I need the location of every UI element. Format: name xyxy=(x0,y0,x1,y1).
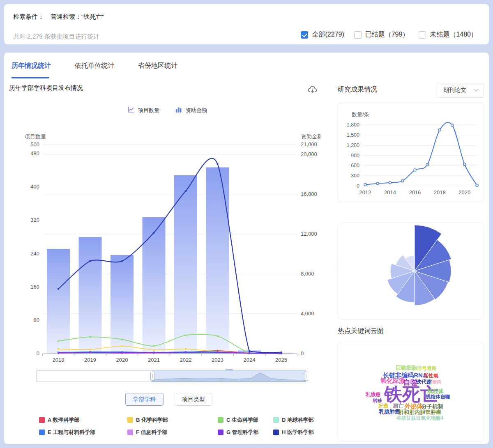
result-count-summary: 共对 2,279 条获批项目进行统计 xyxy=(13,33,100,41)
legend-swatch xyxy=(273,430,279,435)
legend-swatch xyxy=(39,430,45,435)
institutions-chart-card xyxy=(338,223,484,319)
status-filter-group: 全部(2279)已结题（799）未结题（1480） xyxy=(301,30,477,39)
keyword-乳腺癌: 乳腺癌 xyxy=(366,392,380,397)
measure-legend-项目数量[interactable]: 项目数量 xyxy=(127,106,159,115)
filter-label: 已结题（799） xyxy=(365,30,409,39)
svg-text:0: 0 xyxy=(301,350,304,356)
keyword-铁代谢: 铁代谢 xyxy=(416,379,432,384)
condition-label: 检索条件： xyxy=(13,13,44,20)
svg-text:300: 300 xyxy=(351,173,359,179)
keyword-分子机制: 分子机制 xyxy=(422,404,443,409)
condition-value: 普通检索："铁死亡" xyxy=(51,13,104,20)
svg-text:320: 320 xyxy=(30,217,39,223)
slider-left-handle[interactable] xyxy=(150,372,154,381)
datazoom-slider[interactable] xyxy=(36,370,306,382)
filter-checkbox-2[interactable]: 未结题（1480） xyxy=(419,30,477,39)
svg-text:480: 480 xyxy=(30,150,39,156)
dept-legend-A[interactable]: A 数理科学部 xyxy=(39,416,80,424)
dept-legend-C[interactable]: C 生命科学部 xyxy=(218,416,258,424)
keyword-线粒体: 线粒体 xyxy=(428,388,444,394)
publications-line-chart: 数量/条1,8001,5001,200900600300020122014201… xyxy=(338,103,484,202)
statistics-card: 历年情况统计依托单位统计省份地区统计 历年学部学科项目发布情况 项目数量资助金额… xyxy=(4,53,489,444)
filter-checkbox-1[interactable]: 已结题（799） xyxy=(354,30,409,39)
svg-text:1,500: 1,500 xyxy=(347,132,359,138)
svg-text:2020: 2020 xyxy=(116,357,128,363)
svg-text:2020: 2020 xyxy=(458,189,470,195)
svg-text:1,800: 1,800 xyxy=(347,122,359,128)
keyword-氧化应激: 氧化应激 xyxy=(380,377,405,384)
measure-legend-资助金额[interactable]: 资助金额 xyxy=(175,106,207,115)
keyword-信号通路: 信号通路 xyxy=(417,366,437,371)
tab-依托单位统计[interactable]: 依托单位统计 xyxy=(75,57,114,78)
yearly-chart-title: 历年学部学科项目发布情况 xyxy=(9,84,83,92)
keyword-凋亡: 凋亡 xyxy=(393,403,403,409)
dropdown-value: 期刊论文 xyxy=(443,87,466,94)
publications-chart-card: 数量/条1,8001,5001,200900600300020122014201… xyxy=(338,103,484,202)
keyword-乳腺肿瘤: 乳腺肿瘤 xyxy=(379,409,400,414)
yearly-combo-chart: 项目数量资助金额50048040032024016080021,00020,00… xyxy=(8,129,320,368)
legend-label: A 数理科学部 xyxy=(48,416,80,424)
svg-text:0: 0 xyxy=(357,183,359,189)
keyword-活性氧: 活性氧 xyxy=(424,373,438,378)
dept-legend-B[interactable]: B 化学科学部 xyxy=(127,416,168,424)
keyword-外泌体: 外泌体 xyxy=(405,403,423,409)
svg-text:2024: 2024 xyxy=(244,357,256,363)
dept-legend-G[interactable]: G 管理科学部 xyxy=(218,429,259,436)
keywords-title: 热点关键词云图 xyxy=(338,327,384,335)
svg-text:160: 160 xyxy=(30,284,39,290)
type-button-项目类型[interactable]: 项目类型 xyxy=(175,393,212,406)
svg-text:2022: 2022 xyxy=(180,357,192,363)
svg-text:1,200: 1,200 xyxy=(347,142,359,148)
tab-省份地区统计[interactable]: 省份地区统计 xyxy=(138,57,177,78)
legend-label: F 信息科学部 xyxy=(136,429,168,436)
svg-text:4,000: 4,000 xyxy=(301,310,314,317)
dept-legend-H[interactable]: H 医学科学部 xyxy=(273,429,314,436)
checkbox-checked-icon[interactable] xyxy=(301,31,308,39)
type-button-学部学科[interactable]: 学部学科 xyxy=(125,393,164,406)
keyword-肝癌: 肝癌 xyxy=(378,403,388,408)
legend-swatch xyxy=(218,430,223,435)
statistics-tabs: 历年情况统计依托单位统计省份地区统计 xyxy=(12,57,201,78)
checkbox-icon[interactable] xyxy=(419,31,426,39)
slider-grip[interactable] xyxy=(226,369,233,370)
measure-legend-label: 资助金额 xyxy=(186,107,207,114)
filter-label: 未结题（1480） xyxy=(430,30,477,39)
keyword-线粒体自噬: 线粒体自噬 xyxy=(426,394,450,399)
institutions-rose-chart xyxy=(338,223,484,319)
svg-text:2025: 2025 xyxy=(275,357,287,363)
svg-text:240: 240 xyxy=(30,250,39,257)
keyword-巨噬细胞: 巨噬细胞 xyxy=(396,365,417,370)
svg-text:12,000: 12,000 xyxy=(301,231,317,237)
dept-legend-D[interactable]: D 地球科学部 xyxy=(273,416,314,424)
keyword-谷胱甘肽过氧化物酶4: 谷胱甘肽过氧化物酶4 xyxy=(396,416,444,420)
legend-swatch xyxy=(127,430,133,435)
filter-label: 全部(2279) xyxy=(312,30,344,39)
department-legend: A 数理科学部B 化学科学部C 生命科学部D 地球科学部E 工程与材料科学部F … xyxy=(4,411,329,440)
svg-text:2016: 2016 xyxy=(409,189,421,195)
legend-swatch xyxy=(39,417,45,423)
svg-text:500: 500 xyxy=(30,141,39,147)
slider-right-handle[interactable] xyxy=(304,372,308,381)
svg-text:2019: 2019 xyxy=(84,357,96,363)
filter-checkbox-0[interactable]: 全部(2279) xyxy=(301,30,344,39)
search-condition-card: 检索条件：普通检索："铁死亡" 共对 2,279 条获批项目进行统计 全部(22… xyxy=(4,4,489,44)
download-button[interactable] xyxy=(306,84,319,96)
pub-axis-name: 数量/条 xyxy=(351,111,369,117)
bar-chart-icon xyxy=(175,106,182,115)
svg-text:900: 900 xyxy=(351,153,359,159)
svg-text:2021: 2021 xyxy=(148,357,160,363)
svg-text:2023: 2023 xyxy=(212,357,223,363)
tab-历年情况统计[interactable]: 历年情况统计 xyxy=(12,57,51,78)
legend-label: D 地球科学部 xyxy=(282,416,314,424)
legend-label: E 工程与材料科学部 xyxy=(48,429,95,436)
svg-text:2012: 2012 xyxy=(359,189,371,195)
dept-legend-E[interactable]: E 工程与材料科学部 xyxy=(39,429,95,436)
results-type-dropdown[interactable]: 期刊论文 xyxy=(437,83,484,98)
search-condition-row: 检索条件：普通检索："铁死亡" xyxy=(13,13,104,21)
svg-text:2014: 2014 xyxy=(384,189,396,195)
dept-legend-F[interactable]: F 信息科学部 xyxy=(127,429,168,436)
cloud-download-icon xyxy=(306,84,319,96)
checkbox-icon[interactable] xyxy=(354,31,362,39)
legend-label: B 化学科学部 xyxy=(136,416,168,424)
